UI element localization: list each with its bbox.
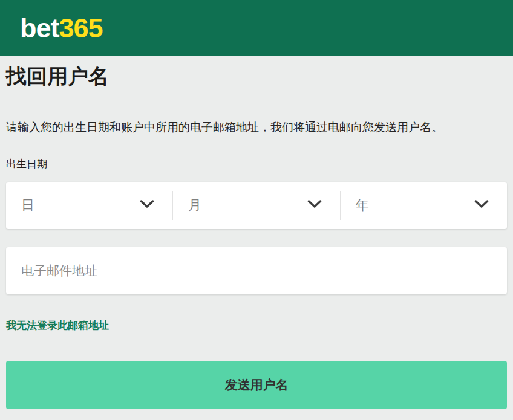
logo-text-bet: bet bbox=[20, 13, 59, 44]
dob-month-placeholder: 月 bbox=[188, 196, 201, 215]
app-header: bet365 bbox=[0, 0, 513, 56]
send-username-button[interactable]: 发送用户名 bbox=[6, 361, 507, 409]
dob-day-placeholder: 日 bbox=[21, 196, 34, 215]
chevron-down-icon bbox=[474, 200, 489, 211]
chevron-down-icon bbox=[307, 200, 322, 211]
dob-year-select[interactable]: 年 bbox=[341, 182, 507, 229]
bet365-logo[interactable]: bet365 bbox=[20, 15, 103, 42]
dob-day-select[interactable]: 日 bbox=[6, 182, 172, 229]
logo-text-365: 365 bbox=[59, 13, 103, 44]
send-username-button-label: 发送用户名 bbox=[225, 376, 289, 393]
dob-select-row: 日 月 年 bbox=[6, 182, 507, 229]
email-input[interactable] bbox=[6, 247, 507, 294]
email-field-container bbox=[6, 247, 507, 294]
dob-year-placeholder: 年 bbox=[356, 196, 369, 215]
dob-month-select[interactable]: 月 bbox=[173, 182, 339, 229]
cant-access-email-link[interactable]: 我无法登录此邮箱地址 bbox=[6, 320, 109, 332]
page-title: 找回用户名 bbox=[6, 56, 507, 89]
main-content: 找回用户名 请输入您的出生日期和账户中所用的电子邮箱地址，我们将通过电邮向您发送… bbox=[0, 56, 513, 409]
instruction-text: 请输入您的出生日期和账户中所用的电子邮箱地址，我们将通过电邮向您发送用户名。 bbox=[6, 120, 507, 134]
chevron-down-icon bbox=[140, 200, 154, 211]
dob-label: 出生日期 bbox=[6, 158, 507, 170]
